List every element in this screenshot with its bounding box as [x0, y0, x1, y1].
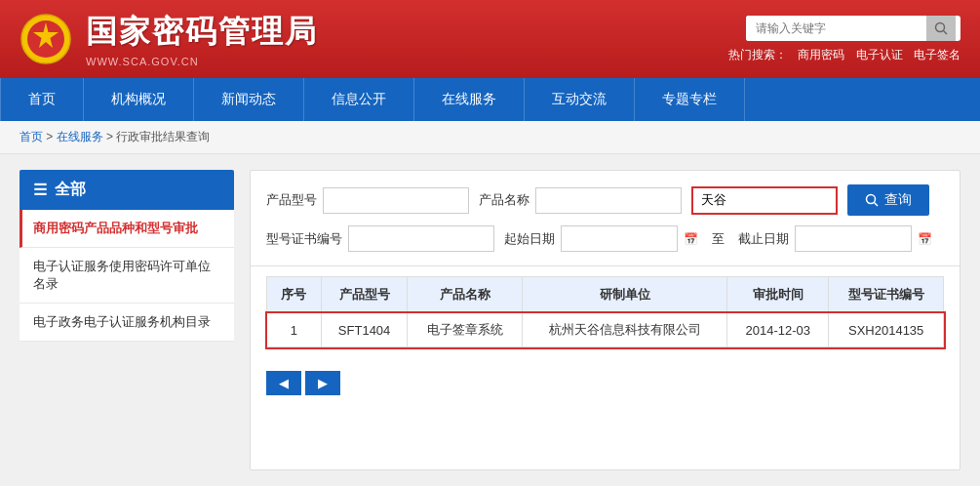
sidebar-item-e-gov-auth[interactable]: 电子政务电子认证服务机构目录	[20, 304, 234, 342]
cell-model: SFT1404	[321, 313, 408, 347]
search-bar	[746, 16, 960, 41]
calendar-end-icon[interactable]: 📅	[918, 232, 932, 246]
search-form: 产品型号 产品名称 查询	[251, 171, 960, 266]
pagination: ◀ ▶	[251, 363, 960, 403]
site-subtitle: WWW.SCA.GOV.CN	[86, 56, 318, 67]
form-field-unit	[691, 186, 838, 215]
col-seq: 序号	[267, 277, 322, 313]
cell-date: 2014-12-03	[727, 313, 829, 347]
header: 国家密码管理局 WWW.SCA.GOV.CN 热门搜索： 商用密码 电子认证 电…	[0, 0, 980, 78]
nav-item-home[interactable]: 首页	[0, 78, 84, 121]
nav-item-interact[interactable]: 互动交流	[525, 78, 635, 121]
col-cert: 型号证书编号	[829, 277, 944, 313]
svg-point-3	[936, 22, 945, 31]
hot-search-bar: 热门搜索： 商用密码 电子认证 电子签名	[721, 47, 960, 63]
breadcrumb-current: 行政审批结果查询	[116, 130, 210, 143]
sidebar: ☰ 全部 商用密码产品品种和型号审批 电子认证服务使用密码许可单位名录 电子政务…	[20, 170, 234, 470]
sidebar-header-label: 全部	[55, 180, 86, 200]
search-icon	[934, 21, 948, 35]
table-header-row: 序号 产品型号 产品名称 研制单位 审批时间 型号证书编号	[267, 277, 944, 313]
sidebar-menu-icon: ☰	[33, 181, 47, 199]
hot-search-label: 热门搜索：	[728, 48, 787, 61]
input-cert-no[interactable]	[348, 225, 494, 252]
form-field-name: 产品名称	[479, 187, 682, 214]
label-end-date: 截止日期	[738, 230, 789, 248]
search-button[interactable]	[926, 16, 956, 41]
form-field-end-date: 截止日期 📅	[738, 225, 932, 252]
col-model: 产品型号	[321, 277, 408, 313]
header-title-block: 国家密码管理局 WWW.SCA.GOV.CN	[86, 11, 318, 67]
input-start-date[interactable]	[561, 225, 678, 252]
label-name: 产品名称	[479, 191, 529, 209]
date-to-label: 至	[712, 230, 725, 248]
calendar-start-icon[interactable]: 📅	[684, 232, 698, 246]
breadcrumb-home[interactable]: 首页	[20, 130, 43, 143]
breadcrumb-sep-2: >	[106, 130, 116, 143]
svg-line-6	[875, 203, 879, 207]
label-model: 产品型号	[266, 191, 317, 209]
input-model[interactable]	[323, 187, 469, 214]
col-name: 产品名称	[408, 277, 523, 313]
sidebar-item-e-auth-unit[interactable]: 电子认证服务使用密码许可单位名录	[20, 248, 234, 304]
breadcrumb: 首页 > 在线服务 > 行政审批结果查询	[0, 121, 980, 154]
content-panel: 产品型号 产品名称 查询	[250, 170, 960, 470]
table-row: 1 SFT1404 电子签章系统 杭州天谷信息科技有限公司 2014-12-03…	[267, 313, 944, 347]
nav-item-about[interactable]: 机构概况	[84, 78, 194, 121]
form-row-2: 型号证书编号 起始日期 📅 至 截止日期 📅	[266, 225, 944, 252]
query-search-icon	[865, 193, 879, 207]
input-unit[interactable]	[691, 186, 838, 215]
nav-item-special[interactable]: 专题专栏	[635, 78, 745, 121]
site-title: 国家密码管理局	[86, 11, 318, 54]
prev-page-button[interactable]: ◀	[266, 371, 301, 395]
col-unit: 研制单位	[523, 277, 727, 313]
col-date: 审批时间	[727, 277, 829, 313]
logo-emblem	[20, 13, 72, 65]
breadcrumb-services[interactable]: 在线服务	[57, 130, 103, 143]
main-content: ☰ 全部 商用密码产品品种和型号审批 电子认证服务使用密码许可单位名录 电子政务…	[0, 154, 980, 486]
next-page-button[interactable]: ▶	[305, 371, 340, 395]
form-field-model: 产品型号	[266, 187, 469, 214]
cell-cert: SXH2014135	[829, 313, 944, 347]
search-input[interactable]	[746, 16, 926, 41]
nav-item-info[interactable]: 信息公开	[304, 78, 414, 121]
svg-point-5	[867, 195, 876, 204]
hot-search-item-1[interactable]: 商用密码	[798, 48, 844, 61]
query-button[interactable]: 查询	[847, 184, 929, 216]
form-row-1: 产品型号 产品名称 查询	[266, 184, 944, 216]
form-field-start-date: 起始日期 📅	[504, 225, 698, 252]
nav-item-news[interactable]: 新闻动态	[194, 78, 304, 121]
sidebar-item-commercial-crypto[interactable]: 商用密码产品品种和型号审批	[20, 210, 234, 248]
sidebar-header: ☰ 全部	[20, 170, 234, 210]
results-table-container: 序号 产品型号 产品名称 研制单位 审批时间 型号证书编号 1 SFT1404 …	[251, 266, 960, 363]
breadcrumb-sep-1: >	[46, 130, 56, 143]
header-left: 国家密码管理局 WWW.SCA.GOV.CN	[20, 11, 318, 67]
form-field-cert-no: 型号证书编号	[266, 225, 494, 252]
cell-seq: 1	[267, 313, 322, 347]
label-start-date: 起始日期	[504, 230, 555, 248]
hot-search-item-3[interactable]: 电子签名	[914, 48, 960, 61]
input-end-date[interactable]	[795, 225, 912, 252]
hot-search-item-2[interactable]: 电子认证	[856, 48, 903, 61]
query-btn-label: 查询	[884, 191, 912, 209]
results-table: 序号 产品型号 产品名称 研制单位 审批时间 型号证书编号 1 SFT1404 …	[266, 276, 944, 347]
cell-unit: 杭州天谷信息科技有限公司	[523, 313, 727, 347]
cell-name: 电子签章系统	[408, 313, 523, 347]
main-nav: 首页 机构概况 新闻动态 信息公开 在线服务 互动交流 专题专栏	[0, 78, 980, 121]
label-cert-no: 型号证书编号	[266, 230, 342, 248]
input-name[interactable]	[535, 187, 682, 214]
svg-line-4	[944, 30, 948, 34]
header-right: 热门搜索： 商用密码 电子认证 电子签名	[721, 16, 960, 63]
nav-item-services[interactable]: 在线服务	[414, 78, 525, 121]
